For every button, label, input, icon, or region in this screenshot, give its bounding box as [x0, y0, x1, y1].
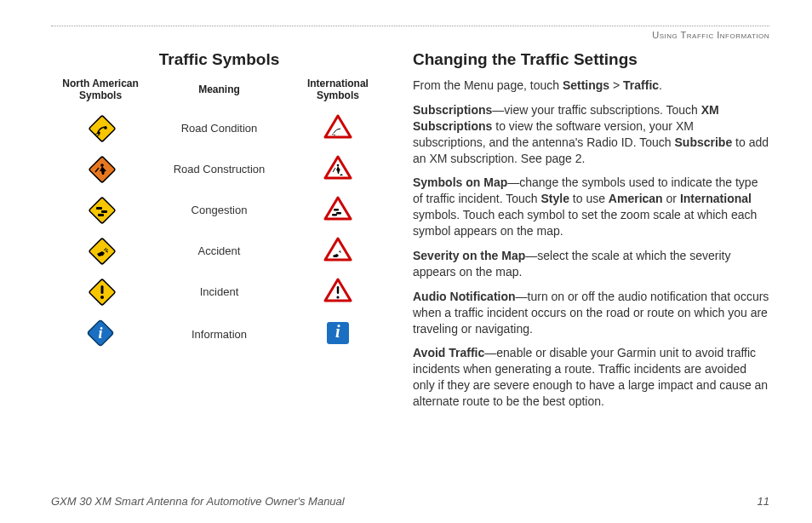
svg-text:i: i — [99, 325, 103, 342]
svg-rect-10 — [334, 209, 339, 211]
svg-rect-15 — [101, 285, 104, 294]
diamond-cars-icon — [88, 196, 113, 221]
two-column-layout: Traffic Symbols North American Symbols M… — [51, 50, 769, 418]
text: symbols. Touch each symbol to set the zo… — [413, 208, 757, 238]
avoid-traffic-paragraph: Avoid Traffic—enable or disable your Gar… — [413, 345, 769, 410]
text: From the Menu page, touch — [413, 78, 563, 92]
audio-paragraph: Audio Notification—turn on or off the au… — [413, 289, 769, 337]
bold-american: American — [609, 192, 663, 205]
triangle-worker-icon — [323, 155, 352, 181]
text: > — [609, 78, 623, 92]
info-us-icon: i — [86, 319, 115, 351]
intl-icon-road-condition — [289, 114, 387, 143]
na-icon-accident — [51, 237, 150, 266]
manual-page: Using Traffic Information Traffic Symbol… — [0, 0, 812, 523]
svg-point-2 — [105, 127, 106, 129]
bold-symbols-on-map: Symbols on Map — [413, 175, 507, 189]
svg-point-18 — [336, 296, 339, 298]
intl-icon-incident — [289, 278, 387, 307]
left-column: Traffic Symbols North American Symbols M… — [51, 50, 387, 418]
bold-international: International — [680, 192, 752, 205]
triangle-crash-icon — [323, 237, 352, 262]
bold-style: Style — [540, 192, 569, 205]
traffic-symbols-heading: Traffic Symbols — [51, 50, 387, 69]
col-intl-header: International Symbols — [289, 78, 387, 102]
svg-rect-11 — [336, 212, 341, 215]
svg-rect-0 — [89, 115, 116, 141]
na-icon-congestion — [51, 196, 150, 225]
triangle-bang-icon — [323, 278, 352, 303]
footer-title: GXM 30 XM Smart Antenna for Automotive O… — [51, 495, 345, 508]
intl-icon-congestion — [289, 196, 387, 225]
svg-rect-12 — [332, 214, 337, 216]
bold-severity: Severity on the Map — [413, 249, 525, 262]
svg-point-5 — [337, 164, 340, 166]
page-number: 11 — [758, 495, 769, 508]
rule-line — [51, 26, 769, 26]
triangle-skid-icon — [323, 114, 352, 140]
section-header: Using Traffic Information — [51, 30, 769, 40]
svg-rect-9 — [98, 214, 104, 216]
na-icon-road-condition — [51, 114, 150, 143]
info-intl-icon — [327, 322, 349, 344]
diamond-worker-icon — [88, 155, 113, 181]
bold-audio: Audio Notification — [413, 290, 516, 303]
severity-paragraph: Severity on the Map—select the scale at … — [413, 248, 769, 280]
col-meaning-header: Meaning — [150, 83, 289, 95]
subscriptions-paragraph: Subscriptions—view your traffic subscrip… — [413, 102, 769, 167]
meaning-information: Information — [150, 328, 289, 341]
intro-paragraph: From the Menu page, touch Settings > Tra… — [413, 78, 769, 94]
svg-rect-7 — [96, 207, 102, 210]
intl-icon-accident — [289, 237, 387, 266]
na-icon-construction — [51, 155, 150, 184]
na-icon-information: i — [51, 319, 150, 351]
diamond-skid-icon — [88, 114, 113, 140]
page-footer: GXM 30 XM Smart Antenna for Automotive O… — [51, 495, 769, 508]
intl-icon-information — [289, 322, 387, 348]
text: —view your traffic subscriptions. Touch — [492, 103, 700, 117]
svg-rect-17 — [337, 286, 339, 294]
text: or — [663, 192, 680, 205]
text: . — [659, 78, 662, 92]
bold-subscriptions: Subscriptions — [413, 103, 492, 117]
bold-settings: Settings — [563, 78, 609, 92]
diamond-crash-icon — [88, 237, 113, 262]
symbols-on-map-paragraph: Symbols on Map—change the symbols used t… — [413, 175, 769, 239]
meaning-incident: Incident — [150, 285, 289, 298]
col-na-header: North American Symbols — [51, 78, 150, 102]
symbols-table: North American Symbols Meaning Internati… — [51, 78, 387, 351]
meaning-construction: Road Construction — [150, 163, 289, 175]
text: to use — [569, 192, 609, 205]
meaning-road-condition: Road Condition — [150, 122, 289, 135]
bold-traffic: Traffic — [623, 78, 659, 92]
triangle-cars-icon — [323, 196, 352, 221]
na-icon-incident — [51, 278, 150, 307]
diamond-bang-icon — [88, 278, 113, 303]
right-column: Changing the Traffic Settings From the M… — [413, 50, 769, 418]
intl-icon-construction — [289, 155, 387, 184]
meaning-congestion: Congestion — [150, 204, 289, 216]
bold-subscribe: Subscribe — [675, 135, 733, 149]
svg-point-16 — [100, 296, 104, 299]
meaning-accident: Accident — [150, 244, 289, 257]
changing-settings-heading: Changing the Traffic Settings — [413, 50, 769, 69]
svg-rect-8 — [101, 210, 107, 213]
svg-point-1 — [98, 132, 100, 134]
bold-avoid: Avoid Traffic — [413, 346, 484, 359]
